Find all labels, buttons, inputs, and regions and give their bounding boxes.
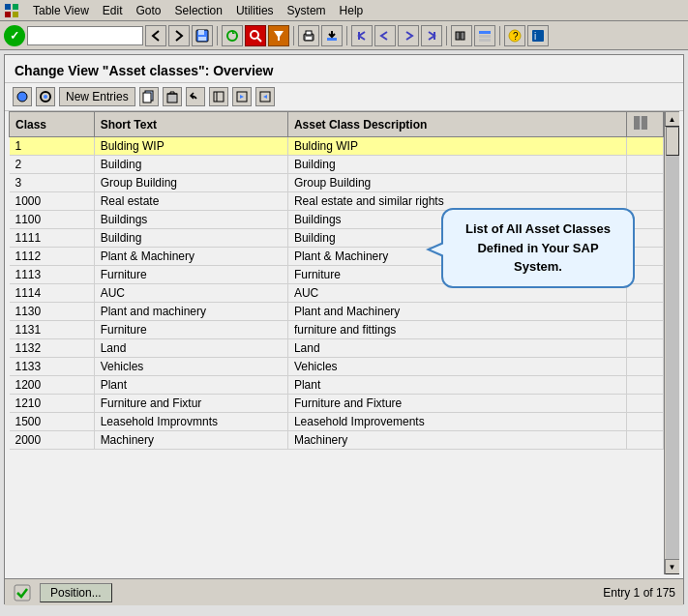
scrollbar[interactable]: ▲ ▼ [664,111,679,574]
table-row[interactable]: 1500Leasehold ImprovmntsLeasehold Improv… [10,413,664,431]
find-button[interactable] [245,25,266,46]
col-description: Asset Class Description [287,112,627,137]
table-row[interactable]: 2000MachineryMachinery [10,431,664,450]
ref-btn[interactable] [209,87,228,106]
action-toolbar: New Entries [5,83,683,111]
table-row[interactable]: 1133VehiclesVehicles [10,358,664,376]
cell-empty [627,174,664,192]
forward-button[interactable] [168,25,190,46]
svg-rect-17 [461,32,464,40]
cell-empty [627,303,664,321]
table-row[interactable]: 1Bulding WIPBulding WIP [10,137,664,156]
svg-point-9 [251,31,258,39]
download-button[interactable] [321,25,343,46]
confirm-button[interactable]: ✓ [4,25,25,46]
cell-empty [627,137,664,156]
svg-rect-30 [167,94,177,103]
undo-btn[interactable] [186,87,205,106]
cell-class: 2000 [10,431,95,450]
cell-class: 1500 [10,413,95,431]
new-entries-button[interactable]: New Entries [59,87,135,106]
copy-btn[interactable] [139,87,159,106]
table-row[interactable]: 1130Plant and machineryPlant and Machine… [10,303,664,321]
columns-btn[interactable] [451,25,472,46]
cell-class: 1 [10,137,95,156]
cell-short-text: Machinery [94,431,287,450]
position-button[interactable]: Position... [40,583,112,602]
cell-empty [627,431,664,450]
cell-description: Leasehold Improvements [287,413,627,431]
svg-line-10 [257,38,261,42]
cell-description: Machinery [287,431,627,450]
table-row[interactable]: 1131Furniturefurniture and fittings [10,321,664,339]
main-wrapper: Change View "Asset classes": Overview Ne… [5,55,683,605]
status-icon [13,583,32,602]
cell-class: 3 [10,174,95,192]
nav-prev[interactable] [374,25,396,46]
svg-rect-3 [5,12,11,17]
cell-class: 2 [10,156,95,174]
scroll-thumb[interactable] [666,127,679,156]
menu-selection[interactable]: Selection [169,2,228,19]
print-button[interactable] [298,25,319,46]
svg-rect-13 [306,31,312,35]
scroll-down-btn[interactable]: ▼ [665,559,680,574]
entry-info: Entry 1 of 175 [603,586,675,600]
command-input[interactable] [27,26,143,45]
menu-utilities[interactable]: Utilities [230,2,280,19]
toolbar-icon-1[interactable] [13,87,32,106]
import-btn[interactable] [255,87,275,106]
cell-empty [627,321,664,339]
cell-short-text: Buildings [94,211,287,229]
cell-short-text: Furniture and Fixtur [94,395,287,413]
cell-empty [627,339,664,358]
cell-short-text: AUC [94,284,287,303]
menu-help[interactable]: Help [334,2,370,19]
table-row[interactable]: 3Group BuildingGroup Building [10,174,664,192]
table-row[interactable]: 1210Furniture and FixturFurniture and Fi… [10,395,664,413]
cell-class: 1000 [10,192,95,211]
nav-next[interactable] [398,25,419,46]
save-button[interactable] [192,25,213,46]
table-row[interactable]: 2BuildingBuilding [10,156,664,174]
cell-class: 1131 [10,321,95,339]
cell-empty [627,376,664,395]
layout-btn[interactable] [474,25,495,46]
delete-btn[interactable] [163,87,182,106]
cell-short-text: Plant & Machinery [94,248,287,266]
settings-btn[interactable]: i [527,25,549,46]
table-row[interactable]: 1200PlantPlant [10,376,664,395]
menu-table-view[interactable]: Table View [27,2,95,19]
menu-edit[interactable]: Edit [97,2,129,19]
cell-description: Group Building [287,174,627,192]
cell-short-text: Plant and machinery [94,303,287,321]
nav-first[interactable] [351,25,373,46]
scroll-up-btn[interactable]: ▲ [665,111,680,127]
cell-short-text: Plant [94,376,287,395]
table-row[interactable]: 1132LandLand [10,339,664,358]
filter-button[interactable] [268,25,289,46]
svg-text:?: ? [513,31,519,42]
cell-class: 1200 [10,376,95,395]
svg-rect-19 [479,35,491,38]
cell-class: 1132 [10,339,95,358]
refresh-button[interactable] [222,25,243,46]
cell-short-text: Bulding WIP [94,137,287,156]
scroll-track[interactable] [666,127,679,559]
svg-rect-1 [5,4,11,10]
nav-last[interactable] [421,25,442,46]
cell-description: Furniture and Fixture [287,395,627,413]
cell-description: Land [287,339,627,358]
export-btn[interactable] [232,87,252,106]
menu-system[interactable]: System [282,2,332,19]
cell-class: 1130 [10,303,95,321]
toolbar-icon-2[interactable] [36,87,55,106]
back-button[interactable] [145,25,166,46]
menu-goto[interactable]: Goto [131,2,167,19]
col-icon [627,112,664,137]
cell-class: 1113 [10,266,95,284]
table-section: Class Short Text Asset Class Description… [5,111,683,578]
asset-class-callout: List of All Asset Classes Defined in You… [441,208,635,288]
help-btn[interactable]: ? [504,25,525,46]
cell-short-text: Building [94,229,287,248]
